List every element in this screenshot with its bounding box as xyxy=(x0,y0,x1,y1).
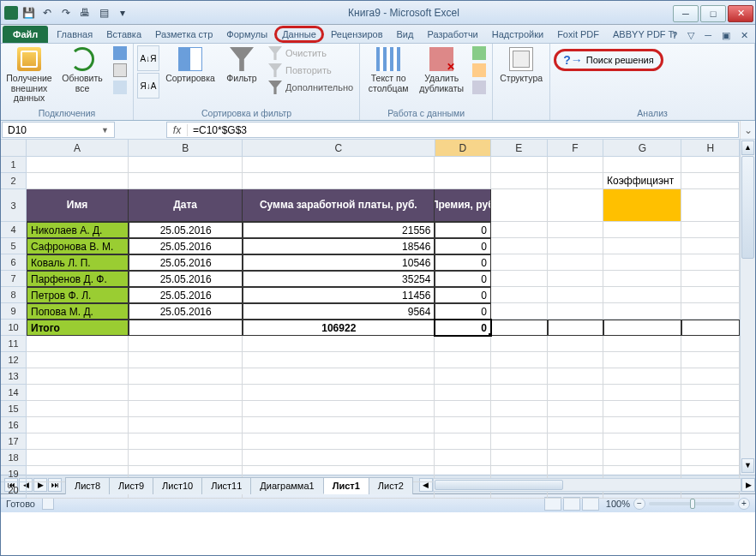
tab-разработчи[interactable]: Разработчи xyxy=(420,26,484,43)
col-header-H[interactable]: H xyxy=(681,140,740,157)
cell[interactable] xyxy=(435,336,491,352)
cell[interactable] xyxy=(491,189,548,222)
cell[interactable] xyxy=(129,336,243,352)
expand-formula-bar-icon[interactable]: ⌄ xyxy=(740,121,755,139)
cell[interactable] xyxy=(491,385,548,401)
col-header-A[interactable]: A xyxy=(27,140,129,157)
tab-формулы[interactable]: Формулы xyxy=(219,26,274,43)
row-header-4[interactable]: 4 xyxy=(1,222,27,238)
cell[interactable] xyxy=(27,336,129,352)
get-external-data-button[interactable]: Получение внешних данных xyxy=(4,45,54,105)
col-header-D[interactable]: D xyxy=(435,140,492,157)
qat-save-icon[interactable]: 💾 xyxy=(20,4,37,21)
cell[interactable] xyxy=(603,287,681,303)
cell[interactable] xyxy=(548,320,604,336)
cell[interactable] xyxy=(27,433,129,450)
qat-redo-icon[interactable]: ↷ xyxy=(57,4,75,21)
select-all-corner[interactable] xyxy=(1,140,27,157)
workbook-minimize-icon[interactable]: ─ xyxy=(701,28,715,43)
cell[interactable] xyxy=(548,450,604,466)
row-header-8[interactable]: 8 xyxy=(1,287,27,303)
cell[interactable] xyxy=(603,320,681,336)
cell[interactable] xyxy=(435,401,491,417)
cell[interactable]: Сафронова В. М. xyxy=(27,238,129,254)
cell[interactable] xyxy=(681,189,740,222)
help-icon[interactable]: ? xyxy=(669,28,681,43)
cell[interactable] xyxy=(129,368,243,385)
workbook-restore-icon[interactable]: ▣ xyxy=(718,28,734,43)
cell[interactable] xyxy=(243,368,435,385)
cell[interactable]: 0 xyxy=(435,271,491,287)
row-header-19[interactable]: 19 xyxy=(1,466,27,482)
cell[interactable] xyxy=(681,303,740,320)
cell[interactable] xyxy=(603,417,681,433)
refresh-all-button[interactable]: Обновить все xyxy=(57,45,107,95)
cell[interactable] xyxy=(681,271,740,287)
cell[interactable] xyxy=(603,238,681,254)
cell[interactable]: Попова М. Д. xyxy=(27,303,129,320)
edit-links-button[interactable] xyxy=(111,80,129,95)
cell[interactable] xyxy=(681,173,740,189)
cell[interactable] xyxy=(681,222,740,238)
cell[interactable]: 25.05.2016 xyxy=(129,287,243,303)
row-header-16[interactable]: 16 xyxy=(1,417,27,433)
cell[interactable]: Сумма заработной платы, руб. xyxy=(243,189,435,222)
cell[interactable] xyxy=(548,368,604,385)
col-header-E[interactable]: E xyxy=(491,140,548,157)
cell[interactable] xyxy=(681,254,740,271)
zoom-in-button[interactable]: + xyxy=(738,498,750,510)
cell[interactable]: 10546 xyxy=(243,254,435,271)
cell[interactable] xyxy=(548,271,604,287)
tab-вид[interactable]: Вид xyxy=(390,26,421,43)
row-header-5[interactable]: 5 xyxy=(1,238,27,254)
row-header-9[interactable]: 9 xyxy=(1,303,27,320)
tab-file[interactable]: Файл xyxy=(3,26,48,43)
cell[interactable] xyxy=(681,450,740,466)
cell[interactable] xyxy=(491,157,548,173)
cell[interactable]: Коэффициэнт xyxy=(603,173,681,189)
cell[interactable]: 0 xyxy=(435,303,491,320)
row-header-14[interactable]: 14 xyxy=(1,385,27,401)
cell[interactable] xyxy=(243,401,435,417)
cell[interactable] xyxy=(129,385,243,401)
consolidate-button[interactable] xyxy=(470,63,489,78)
tab-надстройки[interactable]: Надстройки xyxy=(485,26,550,43)
cell[interactable] xyxy=(681,401,740,417)
cell[interactable]: 25.05.2016 xyxy=(129,271,243,287)
cell[interactable] xyxy=(548,238,604,254)
cell[interactable] xyxy=(681,320,740,336)
cell[interactable] xyxy=(603,222,681,238)
cell[interactable] xyxy=(603,450,681,466)
cell[interactable] xyxy=(681,287,740,303)
cell[interactable] xyxy=(243,417,435,433)
cell[interactable] xyxy=(129,450,243,466)
connections-button[interactable] xyxy=(111,45,129,61)
cell[interactable] xyxy=(129,401,243,417)
row-header-1[interactable]: 1 xyxy=(1,157,27,173)
insert-function-button[interactable]: fx xyxy=(167,124,188,136)
row-header-15[interactable]: 15 xyxy=(1,401,27,417)
maximize-button[interactable]: □ xyxy=(700,5,726,22)
horizontal-scrollbar[interactable]: ◀ ▶ xyxy=(419,478,755,492)
sort-za-button[interactable]: Я↓А xyxy=(137,73,159,99)
scroll-down-icon[interactable]: ▼ xyxy=(741,458,754,473)
name-box-dropdown-icon[interactable]: ▼ xyxy=(101,126,109,135)
cell[interactable] xyxy=(491,222,548,238)
cell[interactable] xyxy=(603,303,681,320)
cell[interactable] xyxy=(435,352,491,368)
cell[interactable] xyxy=(491,254,548,271)
macro-record-icon[interactable] xyxy=(42,498,54,510)
tab-разметка стр[interactable]: Разметка стр xyxy=(148,26,219,43)
qat-undo-icon[interactable]: ↶ xyxy=(39,4,56,21)
tab-вставка[interactable]: Вставка xyxy=(99,26,148,43)
cell[interactable]: Дата xyxy=(129,189,243,222)
cell[interactable] xyxy=(129,417,243,433)
cell[interactable]: 18546 xyxy=(243,238,435,254)
row-header-18[interactable]: 18 xyxy=(1,450,27,466)
cell[interactable] xyxy=(435,173,491,189)
cell[interactable]: Имя xyxy=(27,189,129,222)
col-header-G[interactable]: G xyxy=(603,140,681,157)
cell[interactable] xyxy=(243,433,435,450)
advanced-filter-button[interactable]: Дополнительно xyxy=(266,80,356,95)
cell[interactable] xyxy=(435,385,491,401)
